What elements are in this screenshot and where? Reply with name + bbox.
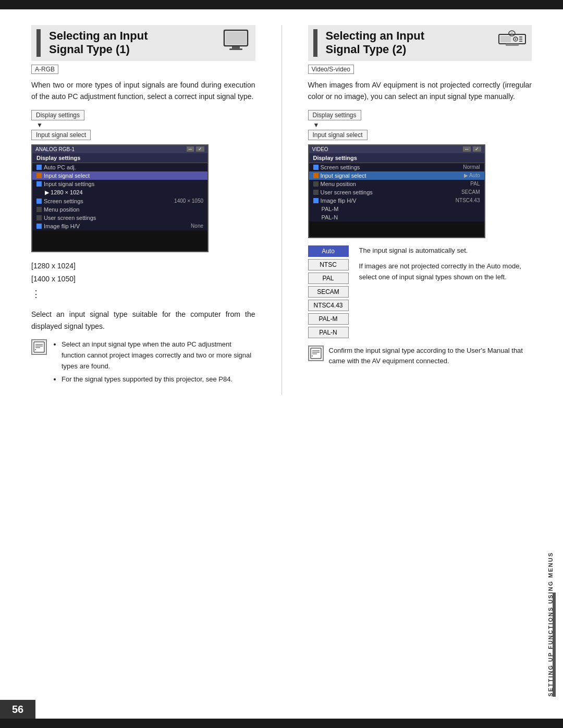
page-number: 56 xyxy=(0,700,35,719)
svg-point-8 xyxy=(35,349,36,350)
menu-row-val-userscreen-v: SECAM xyxy=(461,189,480,195)
menu-row-label-screen: Screen settings xyxy=(44,198,83,204)
row-icon-blue2 xyxy=(36,181,42,187)
menu-row-auto-pc: Auto PC adj. xyxy=(32,163,207,171)
signal-btn-auto[interactable]: Auto xyxy=(308,245,349,257)
row-icon-dark-v xyxy=(313,181,319,187)
svg-rect-14 xyxy=(519,39,522,40)
signal-btn-pal[interactable]: PAL xyxy=(308,273,349,284)
svg-rect-3 xyxy=(229,48,242,50)
signal-btn-paln[interactable]: PAL-N xyxy=(308,327,349,338)
breadcrumb-arrow-2: ▼ xyxy=(313,121,320,129)
menu-btn-check2: ✓ xyxy=(473,146,481,152)
note-icon-1 xyxy=(31,339,47,355)
signal-dots: ⋮ xyxy=(31,286,255,302)
section-title-1: Selecting an Input Signal Type (1) xyxy=(49,29,217,57)
svg-rect-4 xyxy=(34,342,44,352)
breadcrumb-step1-2: Display settings xyxy=(308,110,361,120)
row-icon-dark xyxy=(36,207,42,212)
svg-rect-10 xyxy=(500,36,511,42)
menu-row-val-screen: 1400 × 1050 xyxy=(174,198,203,204)
signal-list: [1280 x 1024] [1400 x 1050] ⋮ xyxy=(31,260,255,303)
svg-point-12 xyxy=(515,39,517,40)
row-icon-dark2 xyxy=(36,215,42,220)
note-text-2: Confirm the input signal type according … xyxy=(329,346,532,367)
menu-row-res1: ▶ 1280 × 1024 xyxy=(32,188,207,197)
svg-point-18 xyxy=(511,32,513,34)
menu-title-2: VIDEO xyxy=(312,146,461,152)
menu-btn-check: ✓ xyxy=(196,146,204,152)
menu-row-header: Display settings xyxy=(32,153,207,163)
menu-row-val-flip: None xyxy=(191,223,203,229)
bottom-bar xyxy=(0,719,563,728)
menu-row-label-res1: ▶ 1280 × 1024 xyxy=(36,189,83,196)
menu-row-label-userscreen: User screen settings xyxy=(44,215,96,221)
breadcrumb-step2-1: Input signal select xyxy=(31,130,91,140)
menu-row-val-imageflip-v: NTSC4.43 xyxy=(456,198,480,203)
signal-buttons-area: Auto NTSC PAL SECAM NTSC4.43 PAL-M PAL-N… xyxy=(308,245,532,338)
menu-row-image-flip: Image flip H/V None xyxy=(32,222,207,230)
menu-screenshot-2: VIDEO ─ ✓ Display settings Screen settin… xyxy=(308,144,485,238)
svg-rect-16 xyxy=(506,44,519,46)
menu-row-label-screen-v: Screen settings xyxy=(321,164,360,170)
row-icon-blue3 xyxy=(36,199,42,204)
av-device-icon xyxy=(498,29,527,53)
note-para-2: Confirm the input signal type according … xyxy=(329,346,532,367)
menu-row-paln-v: PAL-N xyxy=(309,213,484,221)
body-text-2: When images from AV equipment is not pro… xyxy=(308,79,532,103)
menu-row-screen-v: Screen settings Normal xyxy=(309,163,484,171)
breadcrumb-1: Display settings ▼ Input signal select xyxy=(31,110,255,140)
menu-row-label-imageflip: Image flip H/V xyxy=(44,223,80,229)
menu-row-input-v: Input signal select ▶ Auto xyxy=(309,171,484,180)
signal-desc-area: The input signal is automatically set. I… xyxy=(359,245,532,338)
svg-rect-2 xyxy=(232,46,240,48)
signal-btn-palm[interactable]: PAL-M xyxy=(308,313,349,325)
menu-screenshot-1: ANALOG RGB-1 ─ ✓ Display settings Auto P… xyxy=(31,144,209,252)
note-line-2: For the signal types supported by this p… xyxy=(62,374,255,385)
menu-row-val-screen-v: Normal xyxy=(463,164,480,170)
note-block-1: Select an input signal type when the aut… xyxy=(31,339,255,387)
signal-btn-secam[interactable]: SECAM xyxy=(308,286,349,298)
side-text: SETTING UP FUNCTIONS USING MENUS xyxy=(547,552,554,697)
col1: Selecting an Input Signal Type (1) A-RGB… xyxy=(31,25,255,395)
menu-row-label-palm-v: PAL-M xyxy=(313,206,339,212)
menu-row-menu-pos: Menu position xyxy=(32,205,207,214)
note-icon-2 xyxy=(308,346,324,361)
body-text-1: When two or more types of input signals … xyxy=(31,79,255,103)
menu-row-label-autopc: Auto PC adj. xyxy=(44,164,76,170)
row-icon-blue4 xyxy=(36,224,42,229)
signal-item-1: [1280 x 1024] xyxy=(31,260,255,273)
menu-row-imageflip-v: Image flip H/V NTSC4.43 xyxy=(309,196,484,205)
row-icon-blue-v xyxy=(313,165,319,170)
menu-row-label-imageflip-v: Image flip H/V xyxy=(321,198,357,204)
menu-row-val-menupos-v: PAL xyxy=(470,181,480,187)
row-icon-blue2-v xyxy=(313,198,319,203)
signal-btn-ntsc443[interactable]: NTSC4.43 xyxy=(308,300,349,311)
note-block-2: Confirm the input signal type according … xyxy=(308,346,532,367)
signal-btn-ntsc[interactable]: NTSC xyxy=(308,259,349,270)
signal-buttons: Auto NTSC PAL SECAM NTSC4.43 PAL-M PAL-N xyxy=(308,245,349,338)
breadcrumb-arrow-1: ▼ xyxy=(36,121,43,129)
breadcrumb-step1-1: Display settings xyxy=(31,110,84,120)
menu-row-input-settings: Input signal settings xyxy=(32,180,207,188)
breadcrumb-step2-2: Input signal select xyxy=(308,130,368,140)
monitor-icon xyxy=(222,29,250,53)
row-icon-orange-v xyxy=(313,173,319,178)
menu-row-header-label: Display settings xyxy=(36,155,80,161)
section-header-2: Selecting an Input Signal Type (2) xyxy=(308,25,532,61)
top-bar xyxy=(0,0,563,9)
menu-row-label-menupos: Menu position xyxy=(44,206,80,213)
note-text-1: Select an input signal type when the aut… xyxy=(52,339,255,387)
signal-desc-manual: If images are not projected correctly in… xyxy=(359,261,532,283)
section-header-1: Selecting an Input Signal Type (1) xyxy=(31,25,255,61)
svg-point-23 xyxy=(312,355,313,356)
col-divider xyxy=(282,25,282,395)
menu-row-userscreen-v: User screen settings SECAM xyxy=(309,188,484,196)
menu-row-header-label-v: Display settings xyxy=(313,155,357,161)
menu-row-label-paln-v: PAL-N xyxy=(313,214,338,220)
col2: Selecting an Input Signal Type (2) xyxy=(308,25,532,395)
badge-1: A-RGB xyxy=(31,65,58,74)
menu-row-input-signal: Input signal select xyxy=(32,171,207,180)
menu-btn-minimize2: ─ xyxy=(463,146,470,152)
badge-2: Video/S-video xyxy=(308,65,354,74)
